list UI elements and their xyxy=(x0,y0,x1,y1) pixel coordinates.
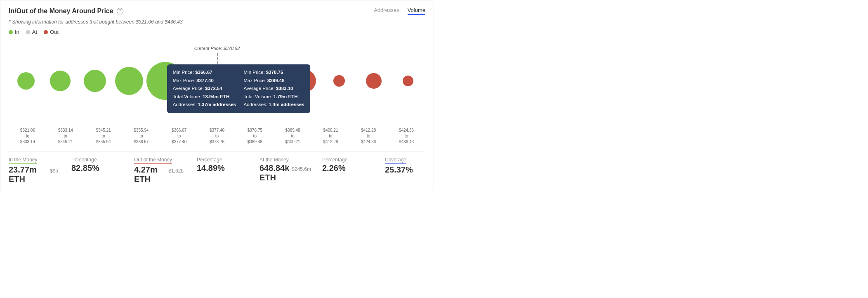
stat-in-pct-value: 82.85% xyxy=(71,163,99,173)
bubble-11 xyxy=(403,76,413,86)
header: In/Out of the Money Around Price ? Addre… xyxy=(9,7,425,15)
stats-row: In the Money 23.77m ETH $9b Percentage 8… xyxy=(9,151,425,184)
bubble-col-5 xyxy=(184,54,219,108)
legend-in: In xyxy=(9,29,19,35)
stat-in-money: In the Money 23.77m ETH $9b xyxy=(9,157,58,184)
stat-out-money-sub: $1.62b xyxy=(168,168,184,174)
bubble-2 xyxy=(84,70,106,92)
tab-addresses[interactable]: Addresses xyxy=(374,7,399,15)
stat-out-money-value-row: 4.27m ETH $1.62b xyxy=(134,165,184,184)
bubble-7 xyxy=(260,71,280,91)
help-icon[interactable]: ? xyxy=(117,8,123,14)
stat-at-pct-value: 2.26% xyxy=(322,163,346,173)
bubble-col-0 xyxy=(9,54,43,108)
stat-in-pct-value-row: 82.85% xyxy=(71,163,121,173)
legend-dot-at xyxy=(26,30,30,34)
bubble-0 xyxy=(17,72,35,90)
bubble-3 xyxy=(115,67,143,95)
x-label-5: $377.40to$378.75 xyxy=(198,128,236,145)
bubble-10 xyxy=(366,73,382,89)
bubble-9 xyxy=(333,75,345,87)
bubble-col-2 xyxy=(78,54,112,108)
stat-at-money-value-row: 648.84k ETH $245.6m xyxy=(259,163,309,182)
stat-at-money-value: 648.84k ETH xyxy=(259,163,289,182)
x-label-9: $412.28to$424.36 xyxy=(349,128,387,145)
bubble-5 xyxy=(196,75,208,87)
stat-at-money: At the Money 648.84k ETH $245.6m xyxy=(259,157,309,184)
stat-out-pct: Percentage 14.89% xyxy=(197,157,246,184)
x-label-8: $400.21to$412.28 xyxy=(312,128,350,145)
stat-at-pct-value-row: 2.26% xyxy=(322,163,372,173)
x-label-10: $424.36to$436.43 xyxy=(387,128,425,145)
x-label-6: $378.75to$389.48 xyxy=(236,128,274,145)
chart-area: Current Price: $378.52 xyxy=(9,42,425,124)
x-label-1: $333.14to$345.21 xyxy=(47,128,85,145)
stat-coverage-value-row: 25.37% xyxy=(385,165,434,175)
legend-dot-in xyxy=(9,30,13,34)
legend-at: At xyxy=(26,29,37,35)
stat-in-money-sub: $9b xyxy=(50,168,58,174)
stat-out-money-value: 4.27m ETH xyxy=(134,165,166,184)
bubble-1 xyxy=(50,71,71,91)
stat-coverage-label: Coverage xyxy=(385,157,434,164)
bubbles-row xyxy=(9,54,425,108)
legend-label-at: At xyxy=(32,29,37,35)
stat-out-money: Out of the Money 4.27m ETH $1.62b xyxy=(134,157,184,184)
legend-out: Out xyxy=(44,29,59,35)
stat-at-money-sub: $245.6m xyxy=(292,166,311,172)
legend: In At Out xyxy=(9,29,425,35)
stat-at-pct: Percentage 2.26% xyxy=(322,157,372,184)
bubble-col-11 xyxy=(391,54,425,108)
stat-out-pct-value-row: 14.89% xyxy=(197,163,246,173)
bubble-col-9 xyxy=(322,54,356,108)
subtitle: * Showing information for addresses that… xyxy=(9,19,425,25)
legend-label-out: Out xyxy=(50,29,59,35)
stat-at-money-label: At the Money xyxy=(259,157,309,163)
stat-at-pct-label: Percentage xyxy=(322,157,372,163)
bubble-col-8 xyxy=(288,54,322,108)
bubble-8 xyxy=(294,70,316,92)
bubble-6 xyxy=(223,68,249,94)
x-label-7: $389.48to$400.21 xyxy=(274,128,312,145)
stat-coverage-value: 25.37% xyxy=(385,165,413,175)
stat-out-pct-label: Percentage xyxy=(197,157,246,163)
bubble-col-7 xyxy=(253,54,288,108)
current-price-label: Current Price: $378.52 xyxy=(194,46,240,51)
x-label-0: $321.06to$333.14 xyxy=(9,128,47,145)
bubble-4 xyxy=(146,62,184,100)
legend-dot-out xyxy=(44,30,48,34)
stat-out-money-label: Out of the Money xyxy=(134,157,184,164)
stat-in-money-value: 23.77m ETH xyxy=(9,165,47,184)
stat-in-money-value-row: 23.77m ETH $9b xyxy=(9,165,58,184)
x-label-3: $355.94to$366.67 xyxy=(122,128,160,145)
bubble-col-3 xyxy=(112,54,146,108)
header-left: In/Out of the Money Around Price ? xyxy=(9,7,123,15)
tab-volume[interactable]: Volume xyxy=(408,7,425,15)
bubble-col-6 xyxy=(219,54,253,108)
stat-coverage: Coverage 25.37% xyxy=(385,157,434,184)
stat-in-money-label: In the Money xyxy=(9,157,58,164)
stat-in-pct: Percentage 82.85% xyxy=(71,157,121,184)
bubble-col-1 xyxy=(43,54,77,108)
stat-out-pct-value: 14.89% xyxy=(197,163,225,173)
bubble-col-4 xyxy=(146,54,184,108)
x-label-4: $366.67to$377.40 xyxy=(160,128,198,145)
stat-in-pct-label: Percentage xyxy=(71,157,121,163)
legend-label-in: In xyxy=(15,29,19,35)
x-axis: $321.06to$333.14 $333.14to$345.21 $345.2… xyxy=(9,128,425,145)
tabs: Addresses Volume xyxy=(374,7,425,15)
page-title: In/Out of the Money Around Price xyxy=(9,7,113,15)
widget-container: In/Out of the Money Around Price ? Addre… xyxy=(0,0,434,191)
x-label-2: $345.21to$355.94 xyxy=(85,128,123,145)
bubble-col-10 xyxy=(356,54,391,108)
